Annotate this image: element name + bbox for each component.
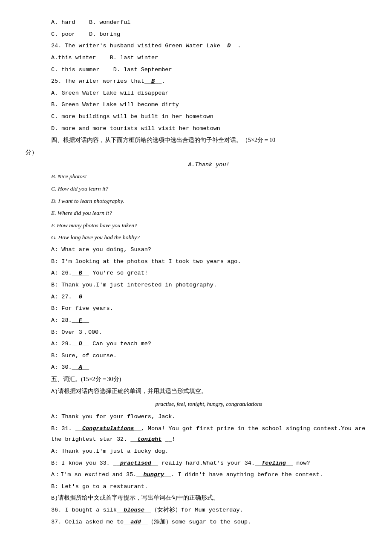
option-g-how-long: G. How long have you had the hobby? — [51, 232, 366, 243]
section-4-title-cont: 分） — [26, 147, 366, 159]
q31-answer: Congratulations — [82, 425, 134, 432]
dialogue-b5: B: Sure, of course. — [51, 350, 366, 361]
part-a-instruction: A)请根据对话内容选择正确的单词，并用其适当形式填空。 — [51, 386, 366, 397]
question-35-line: A：I'm so excited and 35.__hungry__. I di… — [51, 469, 366, 480]
section-5-title: 五、词汇。(15×2分＝30分) — [51, 374, 366, 385]
option-c-how: C. How did you learn it? — [51, 183, 366, 195]
q25-option-d: D. more and more tourists will visit her… — [51, 123, 366, 134]
question-31-line: B: 31. __Congratulations__, Mona! You go… — [51, 423, 366, 445]
option-a-hard: A. hard B. wonderful — [51, 19, 130, 26]
dialogue-a-flowers: A: Thank you for your flowers, Jack. — [51, 411, 366, 422]
dialogue-a-lucky: A: Thank you.I'm just a lucky dog. — [51, 446, 366, 457]
option-e-where: E. Where did you learn it? — [51, 208, 366, 219]
q29-answer: D — [79, 341, 82, 347]
q25-option-b: B. Green Water Lake will become dirty — [51, 99, 366, 110]
dialogue-b2: B: Thank you.I'm just interested in phot… — [51, 280, 366, 291]
q25-option-c: C. more buildings will be built in her h… — [51, 111, 366, 122]
q24-text: 24. The writer's husband visited Green W… — [51, 43, 227, 49]
q24-option-cd: C. this summer D. last September — [51, 64, 366, 75]
question-25: 25. The writer worries that__B__. — [51, 76, 366, 87]
option-line-1: A. hard B. wonderful — [51, 17, 366, 28]
q26-answer: B — [79, 270, 82, 276]
question-26: A: 26.__B__ You're so great! — [51, 268, 366, 279]
dialogue-b3: B: For five years. — [51, 303, 366, 314]
question-24: 24. The writer's husband visited Green W… — [51, 40, 366, 52]
part-b-instruction: B)请根据所给中文或首字母提示，写出单词在句中的正确形式。 — [51, 493, 366, 504]
dialogue-b1: B: I'm looking at the photos that I took… — [51, 256, 366, 267]
q34-answer: feeling — [262, 460, 286, 466]
dialogue-b4: B: Over 3，000. — [51, 327, 366, 338]
question-27: A: 27.__G__ — [51, 292, 366, 303]
q28-answer: F — [79, 317, 82, 324]
question-30: A: 30.__A__ — [51, 362, 366, 373]
option-line-2: C. poor D. boring — [51, 29, 366, 40]
q25-text: 25. The writer worries that__ — [51, 78, 151, 84]
q33-answer: practised — [120, 460, 151, 466]
option-c-poor: C. poor D. boring — [51, 31, 120, 38]
option-b-nice: B. Nice photos! — [51, 171, 366, 182]
q27-answer: G — [79, 294, 82, 300]
question-33-line: B: I know you 33. __practised__ really h… — [51, 458, 366, 469]
dialogue-a1: A: What are you doing, Susan? — [51, 244, 366, 255]
q24-option-ab: A.this winter B. last winter — [51, 52, 366, 64]
vocab-words: practise, feel, tonight, hungry, congrat… — [51, 399, 366, 410]
q35-answer: hungry — [144, 471, 164, 478]
q32-answer: tonight — [138, 436, 162, 442]
main-content: A. hard B. wonderful C. poor D. boring 2… — [51, 17, 366, 527]
q36-answer: blouse — [124, 507, 144, 513]
question-28: A: 28.__F__ — [51, 315, 366, 326]
section-4-title: 四、根据对话内容，从下面方框所给的选项中选出合适的句子补全对话。（5×2分＝10 — [51, 135, 366, 146]
q37-answer: add — [130, 519, 141, 525]
dialogue-b-restaurant: B: Let's go to a restaurant. — [51, 481, 366, 492]
option-d-want: D. I want to learn photography. — [51, 196, 366, 207]
question-37: 37. Celia asked me to__add__（添加）some sug… — [51, 517, 366, 528]
q24-end: __. — [231, 43, 241, 49]
question-29: A: 29.__D__ Can you teach me? — [51, 338, 366, 350]
q25-option-a: A. Green Water Lake will disappear — [51, 88, 366, 99]
question-36: 36. I bought a silk__blouse__（女衬衫）for Mu… — [51, 505, 366, 516]
q25-end: __. — [155, 78, 165, 84]
option-f-how-many: F. How many photos have you taken? — [51, 220, 366, 231]
q30-answer: A — [79, 364, 82, 370]
q25-answer: B — [151, 78, 155, 84]
option-a-center: A.Thank you! — [51, 159, 366, 171]
